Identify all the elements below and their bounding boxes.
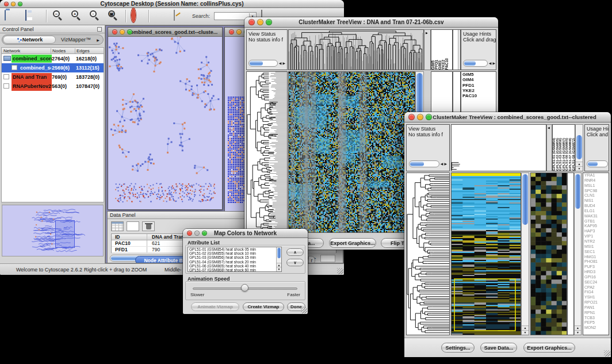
gene-label[interactable]: RNR4 (583, 178, 609, 183)
network-view-canvas[interactable] (108, 37, 222, 209)
gene-label[interactable]: ELG1 (583, 209, 609, 214)
scroll-down-arrow[interactable]: ▼ (277, 267, 281, 271)
scroll-right-arrow[interactable]: ▶ (282, 60, 285, 66)
gene-label[interactable]: GTB1 (583, 219, 609, 224)
gene-label[interactable]: MAK31 (583, 214, 609, 219)
speed-slider-thumb[interactable] (241, 284, 248, 292)
close-button[interactable] (229, 29, 234, 35)
gene-label[interactable]: NIS1 (583, 198, 609, 204)
gene-label[interactable]: PAN1 (583, 305, 609, 311)
float-panel-icon[interactable] (97, 27, 102, 32)
close-button[interactable] (4, 2, 9, 6)
gene-label[interactable]: PFD1 (461, 83, 496, 88)
scroll-left-arrow[interactable]: ◀ (279, 60, 282, 66)
tree2-hints-hscrollbar[interactable] (587, 160, 608, 167)
tree1-row-dendrogram[interactable] (246, 71, 288, 233)
move-attribute-up-button[interactable]: ∧ (286, 248, 304, 256)
zoom-button[interactable] (202, 231, 207, 236)
scroll-down-arrow[interactable]: ▼ (576, 166, 583, 171)
gene-label[interactable]: SPC98 (583, 189, 609, 194)
network-list-row[interactable]: RNAPuberNov2+[ 563(0) 107847(0) (2, 82, 104, 91)
gene-label[interactable]: SEC24 (583, 280, 609, 285)
tab-vizmapper[interactable]: VizMapper™ (57, 36, 95, 44)
gene-label[interactable]: YSH1 (583, 295, 609, 300)
tree2-heatmap-vscrollbar[interactable]: ▲ ▼ (521, 173, 529, 335)
gene-label[interactable]: GPI16 (583, 275, 609, 280)
scroll-down-arrow[interactable]: ▼ (575, 330, 581, 335)
gene-label[interactable]: PAC10 (461, 93, 496, 98)
scroll-right-arrow[interactable]: ▶ (444, 161, 447, 167)
minimize-button[interactable] (257, 19, 263, 25)
tree2-zoom-vscrollbar[interactable]: ▲ ▼ (574, 173, 582, 335)
close-button[interactable] (408, 114, 415, 120)
gene-label[interactable]: RPO21 (583, 300, 609, 305)
gene-label[interactable]: YRA1 (583, 173, 609, 178)
scroll-up-arrow[interactable]: ▲ (522, 325, 529, 330)
gene-label[interactable]: TCB3 (583, 316, 609, 321)
gene-label[interactable]: YKE2 (461, 88, 496, 93)
main-titlebar[interactable]: Cytoscape Desktop (Session Name: collins… (0, 0, 344, 8)
tree1-column-dendrogram[interactable] (288, 29, 424, 70)
attribute-item[interactable]: GPL51-04 (GSM857) heat shock 20 min (188, 260, 281, 264)
minimize-button[interactable] (11, 2, 16, 6)
attribute-item[interactable]: GPL51-01 (GSM854) heat shock 05 min (188, 247, 281, 251)
tab-network[interactable]: Network (3, 36, 56, 44)
tree2-splitter-strip[interactable]: ◀ (546, 124, 552, 171)
animate-vizmap-button[interactable]: Animate Vizmap (191, 302, 239, 311)
collapse-arrow-icon[interactable]: ◀ (548, 126, 550, 129)
zoom-button[interactable] (266, 19, 272, 25)
gene-label[interactable]: VIP1 (583, 234, 609, 239)
minimize-button[interactable] (417, 114, 423, 120)
gene-label[interactable]: GIM4 (461, 77, 496, 82)
tree2-status-hscrollbar[interactable]: ◀ ▶ (409, 160, 447, 167)
gene-label[interactable]: PUF3 (583, 265, 609, 270)
tree2-row-dendrogram[interactable] (406, 173, 450, 335)
tree2-settings-button[interactable]: Settings... (441, 343, 475, 352)
tree2-gene-list[interactable]: YRA1RNR4MSL1SPC98CLN1NIS1BUD4ELG1MAK31GT… (583, 173, 609, 335)
tree1-export-graphics-button[interactable]: Export Graphics... (329, 238, 376, 248)
gene-label[interactable]: NTR2 (583, 239, 609, 244)
tree2-titlebar[interactable]: ClusterMaker TreeView : combined_scores_… (404, 112, 611, 122)
zoom-button[interactable] (426, 114, 432, 120)
network-overview-panel[interactable] (2, 205, 104, 256)
network-list-row[interactable]: combined_sco 2569(6) 13112(15) (2, 63, 104, 72)
more-tabs-arrow[interactable]: ▶ (94, 36, 102, 44)
gene-label[interactable]: CLN1 (583, 193, 609, 198)
gene-label[interactable]: MSI1 (583, 244, 609, 250)
tab-edge-attribute-browser-fragment[interactable]: r (308, 256, 315, 263)
gene-label[interactable]: CPA2 (583, 285, 609, 290)
scroll-down-arrow[interactable]: ▼ (522, 330, 529, 335)
open-file-icon[interactable] (5, 10, 6, 21)
scroll-right-arrow[interactable]: ▶ (492, 60, 495, 66)
close-button[interactable] (248, 19, 255, 25)
minimize-button[interactable] (236, 29, 242, 35)
gene-label[interactable]: HAP3 (583, 229, 609, 234)
network-list-row[interactable]: DNA and Tran 07 769(0) 183728(0) (2, 72, 104, 82)
scroll-up-arrow[interactable]: ▲ (575, 325, 581, 330)
scroll-left-arrow[interactable]: ◀ (489, 60, 492, 66)
scroll-up-arrow[interactable]: ▲ (576, 162, 583, 166)
resize-grip[interactable] (604, 350, 610, 357)
tree2-zoom-heatmap[interactable] (530, 173, 567, 335)
tree1-hints-hscrollbar[interactable]: ◀ ▶ (463, 60, 495, 67)
move-attribute-down-button[interactable]: ∨ (286, 259, 304, 266)
expand-arrow-icon[interactable]: ▶ (426, 31, 428, 35)
delete-attribute-trash-icon[interactable] (142, 221, 155, 231)
new-attribute-icon[interactable] (127, 221, 139, 231)
gene-label[interactable]: MSL1 (583, 183, 609, 189)
gene-label[interactable]: SEC1 (583, 250, 609, 255)
gene-label[interactable]: PHO81 (583, 259, 609, 265)
close-button[interactable] (112, 29, 117, 35)
network-overview-canvas[interactable] (2, 205, 103, 256)
tree1-heatmap[interactable] (288, 71, 415, 233)
minimize-button[interactable] (120, 29, 125, 35)
minimize-button[interactable] (194, 231, 200, 236)
tree1-titlebar[interactable]: ClusterMaker TreeView : DNA and Tran 07-… (244, 17, 498, 28)
help-lifering-icon[interactable] (131, 10, 136, 21)
attribute-item[interactable]: GPL51-02 (GSM855) heat shock 10 min (188, 251, 281, 255)
attribute-item[interactable]: GPL51-03 (GSM856) heat shock 15 min (188, 255, 281, 259)
zoom-button[interactable] (127, 29, 132, 35)
gene-label[interactable]: HRD3 (583, 270, 609, 275)
gene-label[interactable]: MON2 (583, 325, 609, 331)
overview-viewport-rect[interactable] (55, 220, 75, 248)
